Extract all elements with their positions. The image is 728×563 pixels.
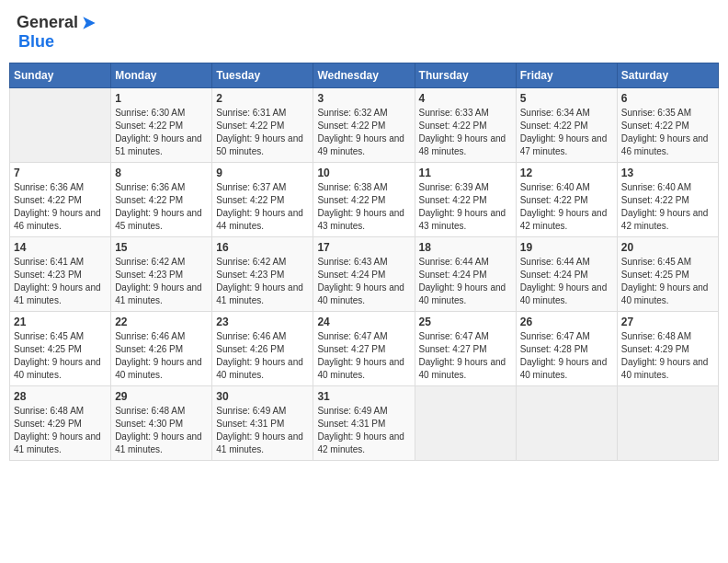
day-cell: 5Sunrise: 6:34 AMSunset: 4:22 PMDaylight… [516,88,617,163]
day-info: Sunrise: 6:42 AMSunset: 4:23 PMDaylight:… [216,256,309,307]
day-cell: 4Sunrise: 6:33 AMSunset: 4:22 PMDaylight… [415,88,516,163]
day-cell: 24Sunrise: 6:47 AMSunset: 4:27 PMDayligh… [313,312,415,386]
day-cell: 25Sunrise: 6:47 AMSunset: 4:27 PMDayligh… [415,312,516,386]
day-number: 5 [520,92,613,105]
day-number: 10 [317,167,410,179]
day-number: 21 [14,316,107,328]
week-row-3: 14Sunrise: 6:41 AMSunset: 4:23 PMDayligh… [10,237,719,312]
day-info: Sunrise: 6:48 AMSunset: 4:29 PMDaylight:… [14,405,107,456]
week-row-5: 28Sunrise: 6:48 AMSunset: 4:29 PMDayligh… [10,386,719,461]
day-number: 15 [115,241,208,254]
day-info: Sunrise: 6:30 AMSunset: 4:22 PMDaylight:… [115,107,208,158]
day-info: Sunrise: 6:49 AMSunset: 4:31 PMDaylight:… [216,405,309,456]
day-info: Sunrise: 6:42 AMSunset: 4:23 PMDaylight:… [115,256,208,307]
day-cell [617,386,718,461]
day-info: Sunrise: 6:47 AMSunset: 4:27 PMDaylight:… [419,330,512,382]
day-info: Sunrise: 6:40 AMSunset: 4:22 PMDaylight:… [621,181,714,233]
day-info: Sunrise: 6:36 AMSunset: 4:22 PMDaylight:… [115,181,208,233]
day-cell: 8Sunrise: 6:36 AMSunset: 4:22 PMDaylight… [111,163,212,237]
day-cell: 14Sunrise: 6:41 AMSunset: 4:23 PMDayligh… [10,237,111,312]
day-cell: 12Sunrise: 6:40 AMSunset: 4:22 PMDayligh… [516,163,617,237]
weekday-header-friday: Friday [516,63,617,88]
day-number: 18 [419,241,512,254]
day-info: Sunrise: 6:45 AMSunset: 4:25 PMDaylight:… [621,256,714,307]
day-number: 9 [216,167,309,179]
day-number: 3 [317,92,410,105]
logo-blue-text: Blue [18,32,54,52]
day-info: Sunrise: 6:37 AMSunset: 4:22 PMDaylight:… [216,181,309,233]
day-cell: 17Sunrise: 6:43 AMSunset: 4:24 PMDayligh… [313,237,415,312]
day-number: 12 [520,167,613,179]
logo-general-text: General [17,13,78,32]
day-number: 20 [621,241,714,254]
week-row-2: 7Sunrise: 6:36 AMSunset: 4:22 PMDaylight… [10,163,719,237]
day-info: Sunrise: 6:47 AMSunset: 4:28 PMDaylight:… [520,330,613,382]
day-number: 11 [419,167,512,179]
day-cell: 15Sunrise: 6:42 AMSunset: 4:23 PMDayligh… [111,237,212,312]
day-cell: 7Sunrise: 6:36 AMSunset: 4:22 PMDaylight… [10,163,111,237]
day-cell: 27Sunrise: 6:48 AMSunset: 4:29 PMDayligh… [617,312,718,386]
day-cell: 1Sunrise: 6:30 AMSunset: 4:22 PMDaylight… [111,88,212,163]
day-number: 24 [317,316,410,328]
day-number: 22 [115,316,208,328]
day-number: 27 [621,316,714,328]
day-info: Sunrise: 6:46 AMSunset: 4:26 PMDaylight:… [216,330,309,382]
day-cell: 26Sunrise: 6:47 AMSunset: 4:28 PMDayligh… [516,312,617,386]
header: General Blue [9,9,719,55]
day-cell: 29Sunrise: 6:48 AMSunset: 4:30 PMDayligh… [111,386,212,461]
day-cell: 16Sunrise: 6:42 AMSunset: 4:23 PMDayligh… [212,237,313,312]
calendar: SundayMondayTuesdayWednesdayThursdayFrid… [9,63,719,461]
day-cell [10,88,111,163]
weekday-header-sunday: Sunday [10,63,111,88]
day-number: 4 [419,92,512,105]
day-number: 29 [115,390,208,403]
weekday-header-saturday: Saturday [617,63,718,88]
day-info: Sunrise: 6:45 AMSunset: 4:25 PMDaylight:… [14,330,107,382]
day-info: Sunrise: 6:31 AMSunset: 4:22 PMDaylight:… [216,107,309,158]
svg-marker-0 [83,17,95,29]
day-number: 26 [520,316,613,328]
day-cell: 22Sunrise: 6:46 AMSunset: 4:26 PMDayligh… [111,312,212,386]
day-number: 16 [216,241,309,254]
day-cell: 3Sunrise: 6:32 AMSunset: 4:22 PMDaylight… [313,88,415,163]
weekday-header-wednesday: Wednesday [313,63,415,88]
logo: General Blue [17,13,98,52]
weekday-header-thursday: Thursday [415,63,516,88]
day-number: 13 [621,167,714,179]
day-info: Sunrise: 6:36 AMSunset: 4:22 PMDaylight:… [14,181,107,233]
day-info: Sunrise: 6:43 AMSunset: 4:24 PMDaylight:… [317,256,410,307]
day-cell: 21Sunrise: 6:45 AMSunset: 4:25 PMDayligh… [10,312,111,386]
day-cell: 2Sunrise: 6:31 AMSunset: 4:22 PMDaylight… [212,88,313,163]
day-cell: 18Sunrise: 6:44 AMSunset: 4:24 PMDayligh… [415,237,516,312]
day-info: Sunrise: 6:48 AMSunset: 4:29 PMDaylight:… [621,330,714,382]
day-info: Sunrise: 6:32 AMSunset: 4:22 PMDaylight:… [317,107,410,158]
day-cell [415,386,516,461]
day-info: Sunrise: 6:33 AMSunset: 4:22 PMDaylight:… [419,107,512,158]
day-number: 30 [216,390,309,403]
day-info: Sunrise: 6:41 AMSunset: 4:23 PMDaylight:… [14,256,107,307]
day-number: 28 [14,390,107,403]
day-info: Sunrise: 6:40 AMSunset: 4:22 PMDaylight:… [520,181,613,233]
day-number: 14 [14,241,107,254]
day-number: 8 [115,167,208,179]
day-number: 7 [14,167,107,179]
day-number: 23 [216,316,309,328]
day-cell [516,386,617,461]
day-cell: 11Sunrise: 6:39 AMSunset: 4:22 PMDayligh… [415,163,516,237]
day-cell: 28Sunrise: 6:48 AMSunset: 4:29 PMDayligh… [10,386,111,461]
day-number: 25 [419,316,512,328]
day-number: 1 [115,92,208,105]
weekday-header-row: SundayMondayTuesdayWednesdayThursdayFrid… [10,63,719,88]
day-cell: 9Sunrise: 6:37 AMSunset: 4:22 PMDaylight… [212,163,313,237]
day-info: Sunrise: 6:39 AMSunset: 4:22 PMDaylight:… [419,181,512,233]
day-info: Sunrise: 6:44 AMSunset: 4:24 PMDaylight:… [520,256,613,307]
day-cell: 6Sunrise: 6:35 AMSunset: 4:22 PMDaylight… [617,88,718,163]
day-cell: 20Sunrise: 6:45 AMSunset: 4:25 PMDayligh… [617,237,718,312]
weekday-header-tuesday: Tuesday [212,63,313,88]
day-cell: 31Sunrise: 6:49 AMSunset: 4:31 PMDayligh… [313,386,415,461]
day-number: 6 [621,92,714,105]
day-number: 19 [520,241,613,254]
day-number: 17 [317,241,410,254]
day-info: Sunrise: 6:46 AMSunset: 4:26 PMDaylight:… [115,330,208,382]
week-row-1: 1Sunrise: 6:30 AMSunset: 4:22 PMDaylight… [10,88,719,163]
